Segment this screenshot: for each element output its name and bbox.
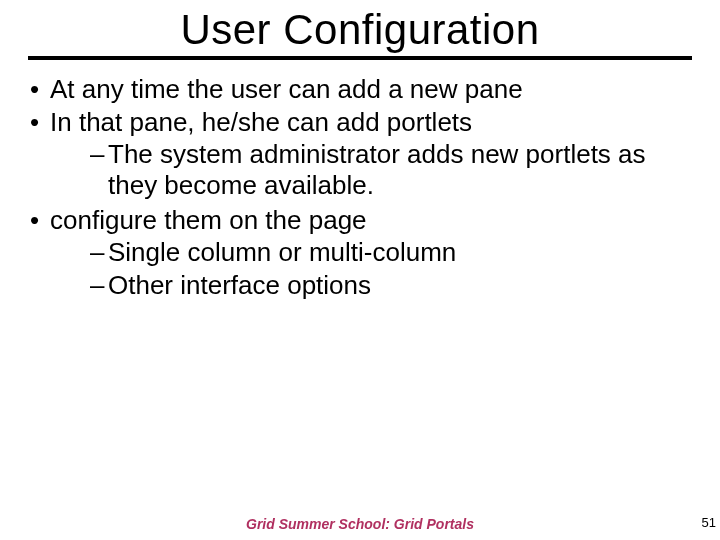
bullet-list: At any time the user can add a new pane … (22, 74, 698, 301)
sub-bullet-text: Other interface options (108, 270, 371, 300)
sub-bullet-item: Single column or multi-column (86, 237, 698, 268)
sub-bullet-item: The system administrator adds new portle… (86, 139, 698, 200)
slide-title: User Configuration (0, 6, 720, 54)
bullet-text: At any time the user can add a new pane (50, 74, 523, 104)
sub-bullet-text: The system administrator adds new portle… (108, 139, 646, 200)
bullet-item: In that pane, he/she can add portlets Th… (22, 107, 698, 201)
slide: User Configuration At any time the user … (0, 6, 720, 540)
sub-bullet-text: Single column or multi-column (108, 237, 456, 267)
page-number: 51 (702, 515, 716, 530)
title-underline (28, 56, 692, 60)
footer-text: Grid Summer School: Grid Portals (0, 516, 720, 532)
bullet-item: configure them on the page Single column… (22, 205, 698, 301)
slide-content: At any time the user can add a new pane … (22, 74, 698, 301)
sub-bullet-item: Other interface options (86, 270, 698, 301)
bullet-item: At any time the user can add a new pane (22, 74, 698, 105)
sub-bullet-list: The system administrator adds new portle… (50, 139, 698, 200)
bullet-text: configure them on the page (50, 205, 367, 235)
sub-bullet-list: Single column or multi-column Other inte… (50, 237, 698, 300)
bullet-text: In that pane, he/she can add portlets (50, 107, 472, 137)
